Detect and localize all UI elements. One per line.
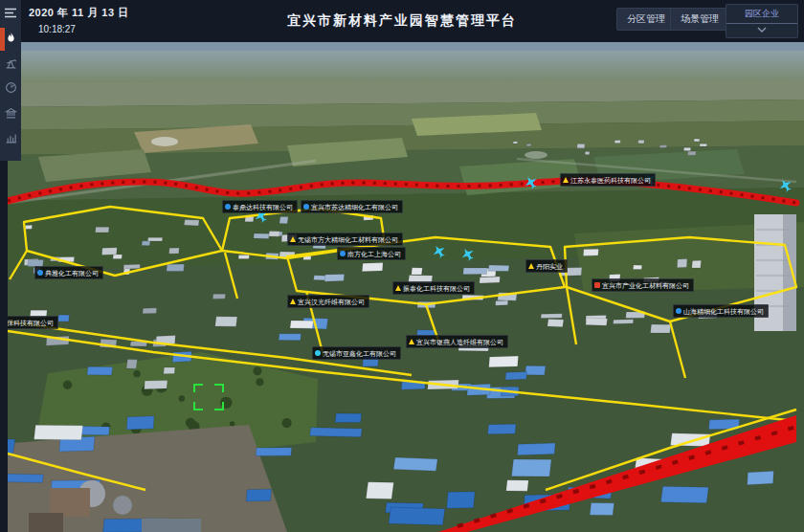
marker-label-text: 无锡市亚鑫化工有限公司 [323, 350, 396, 357]
map-marker-label[interactable]: 泰鼎达科技有限公司 [222, 200, 298, 213]
marker-blue-icon [37, 270, 43, 276]
flame-icon [5, 31, 17, 48]
map-marker-label[interactable]: 宜兴市产业化工材料有限公司 [592, 278, 694, 292]
map-marker-label[interactable]: 江苏永泰医药科技有限公司 [560, 173, 656, 187]
marker-label-text: 无锡市方大精细化工材料有限公司 [298, 236, 398, 243]
bank-building-icon [5, 105, 17, 122]
map-marker-label[interactable]: 宜兴市银洲环保科技有限公司 [0, 316, 58, 329]
map-marker-label[interactable]: 典雅化工有限公司 [34, 266, 103, 279]
marker-yellow-icon [563, 177, 569, 183]
marker-blue-icon [676, 308, 681, 314]
marker-label-text: 江苏永泰医药科技有限公司 [570, 177, 651, 184]
top-header-bar: 2020 年 11 月 13 日 10:18:27 宜兴市新材料产业园智慧管理平… [0, 0, 804, 42]
map-marker-label[interactable]: 振泰化工科技有限公司 [392, 281, 475, 295]
aircraft-icon [525, 176, 538, 189]
scene-management-button[interactable]: 场景管理 [670, 8, 729, 31]
marker-cyan-icon [315, 350, 321, 356]
marker-blue-icon [225, 204, 231, 210]
marker-label-text: 南方化工上海公司 [347, 251, 401, 257]
marker-label-text: 振泰化工科技有限公司 [403, 285, 470, 292]
marker-label-text: 泰鼎达科技有限公司 [233, 204, 293, 211]
pumpjack-icon [5, 55, 17, 73]
sidebar-item-gauge[interactable] [0, 77, 21, 101]
marker-label-text: 宜兴市苏达精细化工有限公司 [311, 204, 398, 211]
map-marker-label[interactable]: 丹阳实业 [525, 259, 568, 273]
gauge-icon [5, 80, 17, 98]
marker-label-text: 宜兴市银燕人造纤维有限公司 [416, 339, 503, 345]
map-marker-label[interactable]: 无锡市方大精细化工材料有限公司 [287, 233, 403, 246]
sidebar-item-bank-building[interactable] [0, 101, 21, 126]
marker-label-text: 宜兴汉光纤维有限公司 [298, 299, 365, 305]
marker-yellow-icon [528, 263, 534, 269]
marker-red-icon [594, 282, 600, 288]
marker-label-text: 山海精细化工科技有限公司 [683, 308, 764, 315]
aircraft-icon [433, 245, 446, 258]
sidebar-item-flame[interactable] [0, 27, 21, 52]
map-marker-label[interactable]: 山海精细化工科技有限公司 [673, 304, 769, 318]
marker-yellow-icon [290, 236, 296, 242]
sidebar-item-pumpjack[interactable] [0, 52, 21, 77]
marker-yellow-icon [290, 299, 296, 304]
marker-yellow-icon [395, 285, 401, 291]
sidebar-item-bar-chart[interactable] [0, 126, 21, 151]
map-viewport: 泰鼎达科技有限公司宜兴市苏达精细化工有限公司无锡市方大精细化工材料有限公司南方化… [0, 42, 804, 532]
chevron-down-icon [757, 27, 767, 33]
marker-label-text: 丹阳实业 [536, 263, 563, 270]
map-marker-label[interactable]: 宜兴汉光纤维有限公司 [287, 295, 369, 308]
menu-button[interactable] [0, 0, 21, 25]
zone-management-button[interactable]: 分区管理 [616, 8, 676, 31]
aircraft-icon [461, 248, 475, 261]
park-enterprise-dropdown[interactable]: 园区企业 [726, 4, 798, 38]
map-marker-label[interactable]: 南方化工上海公司 [337, 247, 406, 260]
hamburger-icon [4, 8, 17, 18]
marker-label-text: 典雅化工有限公司 [45, 270, 99, 277]
bar-chart-icon [5, 130, 17, 147]
sidebar [0, 0, 21, 161]
marker-blue-icon [340, 251, 346, 256]
map-marker-label[interactable]: 无锡市亚鑫化工有限公司 [312, 346, 401, 360]
marker-blue-icon [303, 204, 309, 210]
dropdown-label: 园区企业 [726, 5, 797, 24]
aircraft-icon [779, 179, 793, 192]
marker-label-text: 宜兴市产业化工材料有限公司 [602, 282, 689, 289]
map-marker-label[interactable]: 宜兴市银燕人造纤维有限公司 [406, 335, 508, 348]
map-marker-label[interactable]: 宜兴市苏达精细化工有限公司 [301, 200, 403, 213]
marker-yellow-icon [409, 339, 414, 344]
marker-label-text: 宜兴市银洲环保科技有限公司 [0, 320, 54, 326]
